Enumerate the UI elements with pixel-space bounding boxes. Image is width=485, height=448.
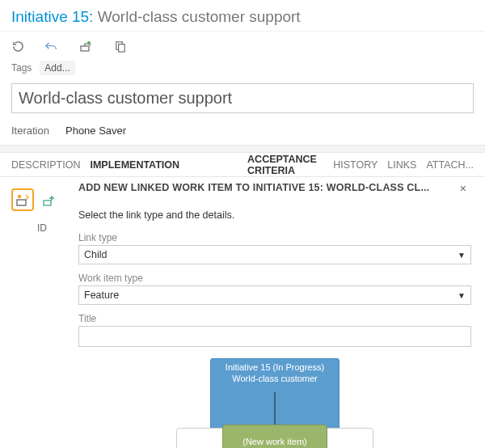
- tab-description[interactable]: DESCRIPTION: [11, 159, 80, 171]
- add-linked-item-dialog: ADD NEW LINKED WORK ITEM TO INITIATIVE 1…: [71, 180, 479, 448]
- title-input-label: Title: [78, 313, 471, 324]
- svg-point-5: [18, 195, 21, 198]
- dialog-close-button[interactable]: ×: [457, 182, 470, 195]
- link-type-value: Child: [84, 249, 108, 260]
- tab-links[interactable]: LINKS: [387, 159, 416, 171]
- work-item-title: World-class customer support: [98, 8, 301, 25]
- parent-node-line2: World-class customer: [216, 374, 334, 385]
- work-item-type-value: Feature: [84, 290, 119, 301]
- tab-attachments[interactable]: ATTACH...: [426, 159, 474, 171]
- work-item-type-select[interactable]: Feature ▼: [78, 285, 471, 305]
- svg-rect-3: [118, 44, 124, 51]
- copy-icon[interactable]: [113, 40, 126, 53]
- new-linked-item-button[interactable]: [11, 188, 34, 211]
- link-work-icon[interactable]: [79, 40, 92, 53]
- parent-node-line1: Initiative 15 (In Progress): [216, 362, 334, 374]
- link-type-select[interactable]: Child ▼: [78, 245, 471, 264]
- add-tag-button[interactable]: Add...: [40, 61, 74, 75]
- svg-rect-4: [17, 200, 26, 205]
- iteration-label: Iteration: [11, 125, 49, 137]
- svg-rect-6: [44, 201, 51, 205]
- svg-point-1: [87, 41, 91, 44]
- dialog-title: ADD NEW LINKED WORK ITEM TO INITIATIVE 1…: [78, 182, 429, 193]
- dialog-instruction: Select the link type and the details.: [78, 209, 471, 221]
- work-item-type-id: Initiative 15:: [11, 8, 93, 25]
- title-field[interactable]: World-class customer support: [11, 83, 474, 113]
- link-type-label: Link type: [78, 232, 471, 243]
- link-diagram: Initiative 15 (In Progress) World-class …: [78, 358, 471, 448]
- add-link-icon[interactable]: [42, 192, 57, 207]
- tags-label: Tags: [11, 62, 32, 74]
- chevron-down-icon: ▼: [458, 251, 466, 260]
- toolbar: [0, 32, 485, 57]
- tab-history[interactable]: HISTORY: [333, 159, 377, 171]
- tab-implementation[interactable]: IMPLEMENTATION: [90, 159, 179, 171]
- undo-icon[interactable]: [45, 40, 58, 53]
- iteration-value[interactable]: Phone Saver: [65, 125, 126, 137]
- new-work-item-node: (New work item): [222, 425, 327, 448]
- tabs: DESCRIPTION IMPLEMENTATION ACCEPTANCE CR…: [0, 153, 485, 177]
- refresh-icon[interactable]: [11, 40, 24, 53]
- title-input[interactable]: [78, 326, 471, 347]
- chevron-down-icon: ▼: [458, 291, 466, 300]
- id-column-label: ID: [37, 222, 47, 234]
- tab-acceptance[interactable]: ACCEPTANCE CRITERIA: [247, 154, 323, 176]
- work-item-type-label: Work item type: [78, 273, 471, 284]
- svg-rect-0: [81, 46, 89, 51]
